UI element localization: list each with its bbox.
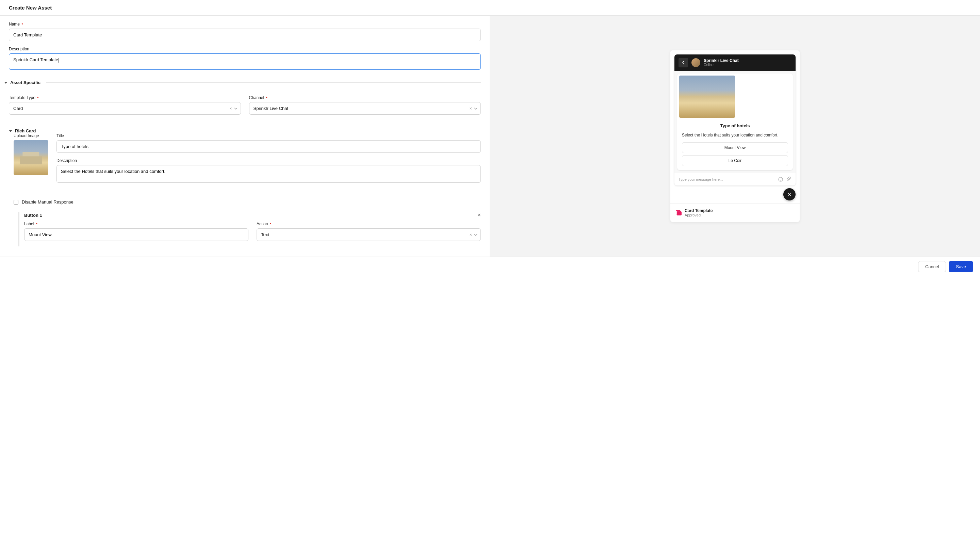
preview-button-1[interactable]: Mount View	[682, 142, 788, 153]
card-title-input[interactable]	[56, 140, 481, 153]
chevron-left-icon	[682, 61, 685, 65]
close-icon	[788, 192, 791, 196]
description-label: Description	[9, 47, 481, 51]
button-action-select[interactable]	[256, 228, 481, 241]
clear-icon[interactable]: ×	[469, 106, 472, 111]
attachment-icon[interactable]	[786, 177, 791, 182]
chevron-down-icon[interactable]	[474, 234, 477, 236]
chat-header: Sprinklr Live Chat Online	[675, 54, 795, 71]
template-type-label: Template Type •	[9, 95, 241, 100]
asset-specific-title: Asset Specific	[10, 80, 40, 85]
cancel-button[interactable]: Cancel	[918, 261, 946, 272]
card-description-input[interactable]: Select the Hotels that suits your locati…	[56, 165, 481, 183]
caret-down-icon	[4, 82, 8, 84]
template-status: Approved	[685, 213, 713, 217]
back-button[interactable]	[679, 58, 688, 67]
save-button[interactable]: Save	[949, 261, 973, 272]
card-title-label: Title	[56, 134, 481, 138]
name-input[interactable]	[9, 29, 481, 41]
page-title: Create New Asset	[0, 0, 980, 16]
button-label-input[interactable]	[24, 228, 248, 241]
divider	[41, 131, 481, 131]
preview-button-2[interactable]: Le Coir	[682, 155, 788, 166]
preview-card-title: Type of hotels	[679, 121, 791, 131]
button-action-label: Action •	[256, 221, 481, 226]
channel-label: Channel •	[249, 95, 481, 100]
name-label: Name •	[9, 22, 481, 27]
description-input[interactable]: Sprinklr Card Template	[9, 53, 481, 70]
disable-manual-checkbox[interactable]	[14, 200, 18, 205]
divider	[46, 82, 481, 83]
template-icon	[676, 210, 681, 215]
preview-container: Sprinklr Live Chat Online Type of hotels…	[670, 50, 800, 222]
preview-pane: Sprinklr Live Chat Online Type of hotels…	[490, 16, 980, 256]
preview-card-desc: Select the Hotels that suits your locati…	[679, 131, 791, 140]
remove-button-icon[interactable]: ×	[478, 212, 481, 218]
chevron-down-icon[interactable]	[234, 108, 237, 110]
card-description-label: Description	[56, 158, 481, 163]
close-chat-button[interactable]	[783, 188, 795, 201]
chat-message-input[interactable]: Type your message here...	[679, 177, 775, 182]
svg-point-3	[780, 179, 780, 179]
upload-image-preview[interactable]	[14, 140, 48, 175]
button-label-label: Label •	[24, 221, 248, 226]
rich-card-section-header[interactable]: Rich Card	[14, 128, 481, 134]
button1-header: Button 1	[24, 213, 42, 218]
avatar	[692, 58, 700, 67]
caret-down-icon	[9, 130, 12, 132]
svg-point-4	[781, 179, 782, 179]
disable-manual-label: Disable Manual Response	[22, 199, 73, 205]
asset-specific-section-header[interactable]: Asset Specific	[9, 80, 481, 85]
footer-bar: Cancel Save	[0, 257, 980, 276]
clear-icon[interactable]: ×	[229, 106, 232, 111]
card-preview: Type of hotels Select the Hotels that su…	[677, 73, 793, 170]
channel-select[interactable]	[249, 102, 481, 115]
svg-rect-1	[20, 156, 42, 164]
card-image	[679, 76, 735, 118]
svg-point-2	[778, 177, 783, 182]
clear-icon[interactable]: ×	[469, 232, 472, 237]
upload-image-label: Upload Image	[14, 134, 48, 138]
template-type-select[interactable]	[9, 102, 241, 115]
chat-status: Online	[704, 63, 739, 67]
chevron-down-icon[interactable]	[474, 108, 477, 110]
emoji-icon[interactable]	[778, 177, 783, 182]
template-info: Card Template Approved	[670, 203, 800, 222]
chat-title: Sprinklr Live Chat	[704, 58, 739, 63]
chat-window: Sprinklr Live Chat Online Type of hotels…	[675, 54, 795, 185]
template-name: Card Template	[685, 208, 713, 213]
rich-card-title: Rich Card	[15, 128, 36, 134]
form-pane: Name • Description Sprinklr Card Templat…	[0, 16, 490, 256]
